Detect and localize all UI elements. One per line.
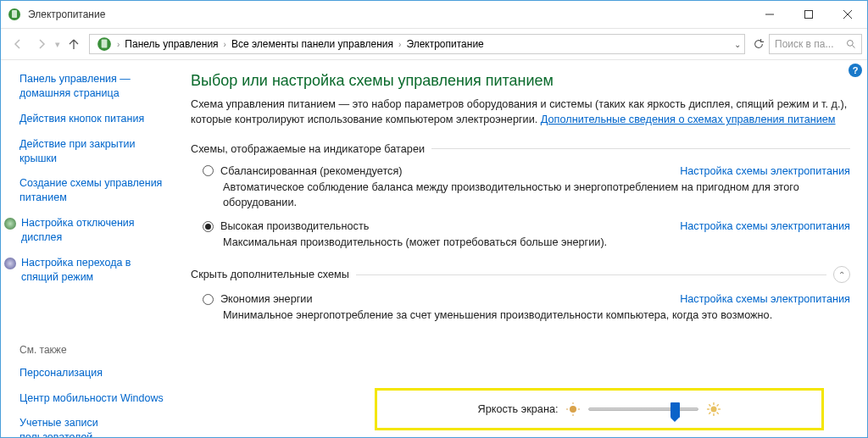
power-plan: Сбалансированная (рекомендуется) Настрой… (203, 165, 850, 211)
page-description: Схема управления питанием — это набор па… (191, 97, 850, 128)
sidebar-link[interactable]: Создание схемы управления питанием (19, 176, 170, 205)
plan-settings-link[interactable]: Настройка схемы электропитания (680, 293, 850, 305)
svg-line-22 (709, 413, 711, 414)
more-info-link[interactable]: Дополнительные сведения о схемах управле… (541, 114, 836, 125)
plan-description: Максимальная производительность (может п… (223, 236, 850, 251)
plan-settings-link[interactable]: Настройка схемы электропитания (680, 165, 850, 177)
close-button[interactable] (828, 1, 867, 28)
sidebar-link[interactable]: Настройка перехода в спящий режим (4, 256, 170, 285)
maximize-button[interactable] (789, 1, 828, 28)
window-title: Электропитание (28, 8, 105, 20)
svg-point-15 (711, 407, 717, 413)
sidebar-link[interactable]: Настройка отключения дисплея (4, 216, 170, 245)
brightness-slider[interactable] (588, 408, 698, 411)
brightness-label: Яркость экрана: (478, 403, 559, 415)
sidebar-link[interactable]: Действие при закрытии крышки (19, 137, 170, 166)
refresh-button[interactable] (748, 34, 769, 54)
svg-rect-1 (12, 10, 17, 18)
svg-rect-3 (805, 11, 813, 19)
svg-rect-7 (102, 39, 108, 47)
sleep-icon (4, 258, 16, 269)
recent-menu-caret[interactable]: ▾ (53, 39, 62, 50)
section-header-collapsible[interactable]: Скрыть дополнительные схемы ⌃ (191, 266, 850, 283)
minimize-button[interactable] (750, 1, 789, 28)
chevron-right-icon[interactable]: › (222, 40, 228, 49)
radio-button[interactable] (203, 294, 214, 305)
breadcrumb-item[interactable]: Все элементы панели управления (228, 38, 397, 50)
title-bar: Электропитание (1, 1, 867, 28)
svg-line-20 (709, 404, 711, 406)
slider-thumb[interactable] (670, 402, 680, 418)
sidebar-seealso-link[interactable]: Учетные записи пользователей (19, 416, 170, 437)
search-placeholder: Поиск в па... (775, 38, 833, 50)
power-options-icon (8, 8, 21, 21)
up-button[interactable] (62, 32, 86, 56)
power-plan: Высокая производительность Настройка схе… (203, 220, 850, 251)
breadcrumb-item[interactable]: Панель управления (121, 38, 221, 50)
chevron-down-icon[interactable]: ⌄ (734, 40, 741, 49)
search-icon (846, 39, 856, 49)
sidebar-home-link[interactable]: Панель управления — домашняя страница (19, 72, 170, 101)
address-bar[interactable]: › Панель управления › Все элементы панел… (89, 34, 745, 54)
section-header: Схемы, отображаемые на индикаторе батаре… (191, 143, 850, 155)
sidebar-seealso-link[interactable]: Центр мобильности Windows (19, 391, 170, 406)
plan-description: Минимальное энергопотребление за счет ум… (223, 308, 850, 324)
collapse-icon[interactable]: ⌃ (833, 266, 850, 283)
plan-name[interactable]: Экономия энергии (220, 293, 313, 305)
see-also-header: См. также (19, 344, 170, 356)
display-icon (4, 218, 16, 230)
plan-description: Автоматическое соблюдение баланса между … (223, 180, 850, 211)
svg-point-10 (570, 406, 576, 413)
sun-bright-icon (707, 402, 721, 416)
sun-dim-icon (566, 402, 580, 416)
power-plan: Экономия энергии Настройка схемы электро… (203, 293, 850, 324)
sidebar-link[interactable]: Действия кнопок питания (19, 112, 170, 126)
radio-button[interactable] (203, 165, 214, 176)
breadcrumb-item[interactable]: Электропитание (403, 38, 487, 50)
svg-line-23 (717, 404, 719, 406)
toolbar: ▾ › Панель управления › Все элементы пан… (1, 28, 867, 60)
plan-settings-link[interactable]: Настройка схемы электропитания (680, 220, 850, 232)
search-input[interactable]: Поиск в па... (769, 34, 862, 54)
chevron-right-icon[interactable]: › (397, 40, 403, 49)
power-options-icon (97, 36, 112, 52)
svg-line-21 (717, 413, 719, 414)
brightness-highlight: Яркость экрана: (375, 388, 824, 430)
plan-name[interactable]: Высокая производительность (220, 220, 369, 232)
page-title: Выбор или настройка схемы управления пит… (191, 72, 850, 90)
sidebar: Панель управления — домашняя страница Де… (1, 60, 175, 437)
svg-line-9 (853, 46, 855, 48)
chevron-right-icon[interactable]: › (115, 40, 121, 49)
svg-point-8 (848, 41, 854, 47)
plan-name[interactable]: Сбалансированная (рекомендуется) (220, 165, 403, 177)
main-pane: ? Выбор или настройка схемы управления п… (175, 60, 867, 437)
sidebar-seealso-link[interactable]: Персонализация (19, 366, 170, 380)
back-button[interactable] (6, 32, 30, 56)
forward-button[interactable] (30, 32, 53, 56)
help-icon[interactable]: ? (849, 64, 862, 77)
radio-button[interactable] (203, 221, 214, 232)
